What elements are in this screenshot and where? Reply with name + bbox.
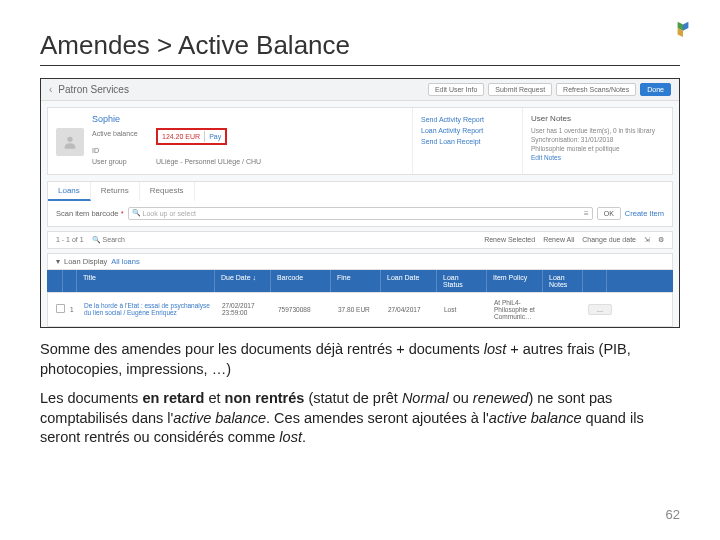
col-fine[interactable]: Fine — [331, 270, 381, 292]
app-screenshot: ‹ Patron Services Edit User Info Submit … — [40, 78, 680, 328]
results-bar: 1 - 1 of 1 🔍 Search Renew Selected Renew… — [47, 231, 673, 249]
loan-display-row: ▾ Loan Display All loans — [47, 253, 673, 270]
notes-title: User Notes — [531, 114, 664, 123]
loan-display-label: Loan Display — [64, 257, 107, 266]
send-receipt-link[interactable]: Send Loan Receipt — [421, 136, 514, 147]
tab-requests[interactable]: Requests — [140, 182, 195, 201]
export-icon[interactable]: ⇲ — [644, 236, 650, 244]
ok-button[interactable]: OK — [597, 207, 621, 220]
svg-point-3 — [67, 137, 72, 142]
change-due-link[interactable]: Change due date — [582, 236, 636, 243]
renew-selected-link[interactable]: Renew Selected — [484, 236, 535, 243]
user-panel: Sophie Active balance 124.20 EUR Pay ID … — [47, 107, 673, 175]
back-icon[interactable]: ‹ — [49, 84, 52, 95]
edit-notes-link[interactable]: Edit Notes — [531, 154, 561, 161]
page-number: 62 — [666, 507, 680, 522]
app-header: ‹ Patron Services Edit User Info Submit … — [41, 79, 679, 101]
row-policy: At PhiL4-Philosophie et Communic… — [488, 293, 544, 326]
note-overdue: User has 1 overdue item(s), 0 in this li… — [531, 126, 664, 135]
result-count: 1 - 1 of 1 — [56, 236, 84, 243]
slide-caption: Somme des amendes pour les documents déj… — [40, 340, 680, 448]
row-barcode: 759730088 — [272, 300, 332, 319]
row-more-button[interactable]: … — [588, 304, 612, 315]
col-barcode[interactable]: Barcode — [271, 270, 331, 292]
row-title[interactable]: De la horde à l'Etat : essai de psychana… — [78, 296, 216, 322]
send-activity-link[interactable]: Send Activity Report — [421, 114, 514, 125]
col-policy[interactable]: Item Policy — [487, 270, 543, 292]
row-loan-date: 27/04/2017 — [382, 300, 438, 319]
group-value: ULiège - Personnel ULiège / CHU — [156, 156, 261, 167]
svg-marker-1 — [683, 22, 688, 31]
search-icon[interactable]: 🔍 Search — [92, 236, 125, 244]
refresh-button[interactable]: Refresh Scans/Notes — [556, 83, 636, 96]
balance-amount: 124.20 EUR — [162, 131, 200, 142]
table-row: 1 De la horde à l'Etat : essai de psycha… — [47, 292, 673, 327]
user-notes-panel: User Notes User has 1 overdue item(s), 0… — [522, 108, 672, 174]
table-header: Title Due Date ↓ Barcode Fine Loan Date … — [47, 270, 673, 292]
loan-activity-link[interactable]: Loan Activity Report — [421, 125, 514, 136]
col-title[interactable]: Title — [77, 270, 215, 292]
tab-loans[interactable]: Loans — [48, 182, 91, 201]
row-status: Lost — [438, 300, 488, 319]
section-title: Patron Services — [58, 84, 129, 95]
create-item-link[interactable]: Create Item — [625, 209, 664, 218]
chevron-down-icon[interactable]: ▾ — [56, 257, 60, 266]
actions-column: Send Activity Report Loan Activity Repor… — [412, 108, 522, 174]
tab-returns[interactable]: Returns — [91, 182, 140, 201]
slide-logo — [674, 20, 692, 38]
col-due[interactable]: Due Date ↓ — [215, 270, 271, 292]
slide-title: Amendes > Active Balance — [40, 30, 680, 66]
group-label: User group — [92, 156, 148, 167]
scan-label: Scan item barcode * — [56, 209, 124, 218]
col-status[interactable]: Loan Status — [437, 270, 487, 292]
loan-display-value[interactable]: All loans — [111, 257, 139, 266]
row-number: 1 — [64, 300, 78, 319]
scan-row: Scan item barcode * Look up or select OK… — [47, 201, 673, 227]
id-label: ID — [92, 145, 148, 156]
row-due: 27/02/2017 23:59:00 — [216, 296, 272, 322]
edit-user-button[interactable]: Edit User Info — [428, 83, 484, 96]
col-notes[interactable]: Loan Notes — [543, 270, 583, 292]
note-subject: Philosophie morale et politique — [531, 144, 664, 153]
col-loan-date[interactable]: Loan Date — [381, 270, 437, 292]
balance-label: Active balance — [92, 128, 148, 145]
avatar — [56, 128, 84, 156]
barcode-input[interactable]: Look up or select — [128, 207, 593, 220]
submit-request-button[interactable]: Submit Request — [488, 83, 552, 96]
renew-all-link[interactable]: Renew All — [543, 236, 574, 243]
user-name-link[interactable]: Sophie — [92, 114, 404, 124]
active-balance-box: 124.20 EUR Pay — [156, 128, 227, 145]
tabs: Loans Returns Requests — [47, 181, 673, 201]
row-checkbox[interactable] — [56, 304, 65, 313]
settings-icon[interactable]: ⚙ — [658, 236, 664, 244]
done-button[interactable]: Done — [640, 83, 671, 96]
row-fine: 37.80 EUR — [332, 300, 382, 319]
note-sync: Synchronisation: 31/01/2018 — [531, 135, 664, 144]
pay-link[interactable]: Pay — [204, 131, 221, 142]
